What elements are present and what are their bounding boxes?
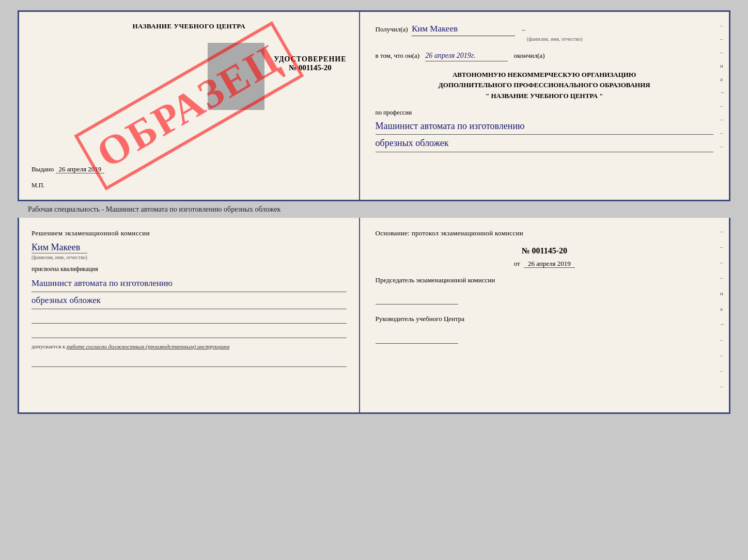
qualification-line1: Машинист автомата по изготовлению xyxy=(32,275,347,292)
rukovoditel-sign-line xyxy=(376,333,458,344)
org-line2: ДОПОЛНИТЕЛЬНОГО ПРОФЕССИОНАЛЬНОГО ОБРАЗО… xyxy=(376,80,713,91)
poluchil-row: Получил(а) Ким Макеев – (фамилия, имя, о… xyxy=(376,22,713,43)
vtom-label: в том, что он(а) xyxy=(376,52,420,59)
cert-top-right: Получил(а) Ким Макеев – (фамилия, имя, о… xyxy=(360,12,729,200)
qualification-line2: обрезных обложек xyxy=(32,292,347,309)
org-line1: АВТОНОМНУЮ НЕКОММЕРЧЕСКУЮ ОРГАНИЗАЦИЮ xyxy=(376,70,713,81)
prisvoena-label: присвоена квалификация xyxy=(32,265,347,273)
specialty-label: Рабочая специальность - Машинист автомат… xyxy=(18,201,730,218)
komissia-title: Решением экзаменационной комиссии xyxy=(32,228,347,239)
osnovanie-label: Основание: протокол экзаменационной коми… xyxy=(376,228,713,239)
udostoverenie-title: УДОСТОВЕРЕНИЕ xyxy=(274,55,346,63)
cert-bottom-left: Решением экзаменационной комиссии Ким Ма… xyxy=(19,218,360,412)
ot-line: от 26 апреля 2019 xyxy=(376,260,713,268)
dopuskaetsya-block: допускается к работе согласно должностны… xyxy=(32,343,347,349)
vydano-line: Выдано 26 апреля 2019 xyxy=(32,160,347,173)
fio-caption-bottom: (фамилия, имя, отчество) xyxy=(32,253,87,260)
profession-line1: Машинист автомата по изготовлению xyxy=(376,118,713,135)
document-container: НАЗВАНИЕ УЧЕБНОГО ЦЕНТРА УДОСТОВЕРЕНИЕ №… xyxy=(18,10,730,414)
cert-bottom: Решением экзаменационной комиссии Ким Ма… xyxy=(18,218,730,414)
rukovoditel-block: Руководитель учебного Центра xyxy=(376,314,713,344)
ot-label: от xyxy=(514,260,520,267)
org-block: АВТОНОМНУЮ НЕКОММЕРЧЕСКУЮ ОРГАНИЗАЦИЮ ДО… xyxy=(376,70,713,102)
vydano-label: Выдано xyxy=(32,165,54,173)
cert-date: 26 апреля 2019г. xyxy=(425,50,508,61)
profession-line2: обрезных обложек xyxy=(376,135,713,152)
cert-bottom-right: Основание: протокол экзаменационной коми… xyxy=(360,218,729,412)
okonchil-label: окончил(а) xyxy=(514,52,545,59)
recipient-name: Ким Макеев xyxy=(412,22,515,36)
vtom-row: в том, что он(а) 26 апреля 2019г. окончи… xyxy=(376,50,713,61)
udostoverenie-number: № 001145-20 xyxy=(289,63,332,72)
rukovoditel-label: Руководитель учебного Центра xyxy=(376,314,713,324)
org-name: " НАЗВАНИЕ УЧЕБНОГО ЦЕНТРА " xyxy=(376,91,713,102)
dopusk-text: работе согласно должностным (производств… xyxy=(67,343,229,349)
protocol-number: № 001145-20 xyxy=(376,246,713,255)
predsedatel-label: Председатель экзаменационной комиссии xyxy=(376,275,713,285)
blank-line-2 xyxy=(32,328,347,338)
photo-placeholder xyxy=(208,43,264,110)
right-side-lines-top: – – – и а ← – – – – xyxy=(720,22,726,149)
cert-top-left: НАЗВАНИЕ УЧЕБНОГО ЦЕНТРА УДОСТОВЕРЕНИЕ №… xyxy=(19,12,360,200)
predsedatel-block: Председатель экзаменационной комиссии xyxy=(376,275,713,305)
poluchil-label: Получил(а) xyxy=(376,25,408,33)
predsedatel-sign-line xyxy=(376,294,458,305)
mp-line: М.П. xyxy=(32,182,347,189)
dopuskaetsya-label: допускается к xyxy=(32,343,65,349)
cert-top: НАЗВАНИЕ УЧЕБНОГО ЦЕНТРА УДОСТОВЕРЕНИЕ №… xyxy=(18,10,730,201)
fio-caption-top: (фамилия, имя, отчество) xyxy=(396,35,713,43)
vydano-date: 26 апреля 2019 xyxy=(56,165,105,173)
ot-date: 26 апреля 2019 xyxy=(524,260,575,268)
school-name-top: НАЗВАНИЕ УЧЕБНОГО ЦЕНТРА xyxy=(132,22,245,30)
right-side-markers-bottom: – – – – и а ← – – – – xyxy=(720,228,726,389)
udostoverenie-block: УДОСТОВЕРЕНИЕ № 001145-20 xyxy=(274,55,346,119)
blank-line-1 xyxy=(32,313,347,324)
blank-line-3 xyxy=(32,357,347,367)
komissia-name: Ким Макеев xyxy=(32,242,347,253)
po-professii-label: по профессии xyxy=(376,109,713,117)
